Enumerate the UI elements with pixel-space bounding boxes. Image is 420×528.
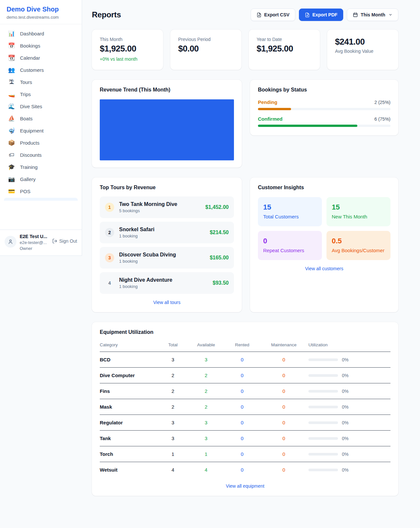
stat-value: $0.00 <box>178 44 234 54</box>
sidebar-item-tours[interactable]: 🏝 Tours <box>4 76 78 88</box>
top-tours-card: Top Tours by Revenue 1 Two Tank Morning … <box>92 177 242 312</box>
tour-row: 2 Snorkel Safari 1 booking $214.50 <box>100 222 234 243</box>
tour-bookings: 1 booking <box>119 234 155 238</box>
stat-card-previous-period: Previous Period $0.00 <box>170 30 242 70</box>
utilization-bar <box>308 469 338 471</box>
view-all-equipment-link[interactable]: View all equipment <box>100 483 390 489</box>
sidebar-item-label: Customers <box>20 67 44 73</box>
table-row: Dive Computer 2 2 0 0 0% <box>100 368 390 383</box>
status-label: Pending <box>258 99 277 105</box>
sidebar-item-discounts[interactable]: 🏷 Discounts <box>4 149 78 161</box>
sidebar-item-products[interactable]: 📦 Products <box>4 137 78 149</box>
cell-available: 4 <box>187 467 225 473</box>
shop-domain: demo.test.divestreams.com <box>7 15 75 20</box>
sidebar-item-trips[interactable]: 🚤 Trips <box>4 88 78 100</box>
cell-category: Tank <box>100 436 159 441</box>
sidebar-item-label: Gallery <box>20 176 36 182</box>
insights-row: Top Tours by Revenue 1 Two Tank Morning … <box>92 177 398 312</box>
customer-insights-title: Customer Insights <box>258 185 390 191</box>
cell-available: 2 <box>187 404 225 410</box>
user-meta: E2E Test U... e2e-tester@... Owner <box>20 234 47 251</box>
stat-delta: +0% vs last month <box>100 56 155 62</box>
tile-repeat-customers: 0 Repeat Customers <box>258 231 322 260</box>
island-icon: 🏝 <box>8 79 15 85</box>
people-icon: 👥 <box>8 67 15 73</box>
sidebar-item-label: Calendar <box>20 55 40 61</box>
rank-badge: 3 <box>105 253 114 262</box>
utilization-bar <box>308 406 338 408</box>
period-dropdown[interactable]: This Month <box>347 9 398 21</box>
user-name: E2E Test U... <box>20 234 47 239</box>
sidebar-item-label: Products <box>20 140 39 146</box>
tile-value: 15 <box>263 203 317 212</box>
chevron-down-icon <box>388 13 392 17</box>
sailboat-icon: ⛵ <box>8 116 15 121</box>
cell-maintenance: 0 <box>259 451 308 457</box>
table-body: BCD 3 3 0 0 0% Dive Computer 2 2 0 0 0% … <box>100 352 390 477</box>
stat-card-year-to-date: Year to Date $1,925.00 <box>249 30 320 70</box>
progress-fill <box>258 108 291 110</box>
tile-new-this-month: 15 New This Month <box>326 197 390 226</box>
utilization-bar <box>308 358 338 361</box>
tour-list: 1 Two Tank Morning Dive 5 bookings $1,45… <box>100 196 234 294</box>
sidebar-item-dashboard[interactable]: 📊 Dashboard <box>4 28 78 40</box>
stat-card-this-month: This Month $1,925.00 +0% vs last month <box>92 30 163 70</box>
cell-maintenance: 0 <box>259 420 308 425</box>
cell-rented: 0 <box>225 420 259 425</box>
tour-bookings: 1 booking <box>119 259 176 264</box>
cell-category: Wetsuit <box>100 467 159 473</box>
sidebar-item-bookings[interactable]: 📅 Bookings <box>4 40 78 52</box>
stat-value: $241.00 <box>335 37 390 47</box>
sidebar-item-customers[interactable]: 👥 Customers <box>4 64 78 76</box>
cell-total: 2 <box>159 373 187 378</box>
cell-rented: 0 <box>225 357 259 362</box>
stat-value: $1,925.00 <box>257 44 312 54</box>
col-category: Category <box>100 342 159 347</box>
sign-out-button[interactable]: Sign Out <box>52 238 77 244</box>
revenue-trend-title: Revenue Trend (This Month) <box>100 87 234 93</box>
cell-utilization: 0% <box>308 357 390 362</box>
tour-amount: $214.50 <box>210 230 229 235</box>
sidebar-item-calendar[interactable]: 📆 Calendar <box>4 52 78 64</box>
sidebar-item-equipment[interactable]: 🤿 Equipment <box>4 125 78 137</box>
sidebar-item-dive-sites[interactable]: 🌊 Dive Sites <box>4 100 78 112</box>
utilization-label: 0% <box>342 420 348 425</box>
table-row: Fins 2 2 0 0 0% <box>100 383 390 399</box>
wave-icon: 🌊 <box>8 104 15 109</box>
export-pdf-button[interactable]: Export PDF <box>299 9 343 21</box>
tag-icon: 🏷 <box>8 152 15 158</box>
status-row-confirmed: Confirmed 6 (75%) <box>258 116 390 127</box>
tour-row: 3 Discover Scuba Diving 1 booking $165.0… <box>100 247 234 269</box>
view-all-tours-link[interactable]: View all tours <box>100 300 234 305</box>
status-rows: Pending 2 (25%) Confirmed 6 (75%) <box>258 99 390 127</box>
cell-available: 2 <box>187 388 225 394</box>
cell-maintenance: 0 <box>259 467 308 473</box>
utilization-label: 0% <box>342 373 348 378</box>
cell-available: 2 <box>187 373 225 378</box>
revenue-trend-card: Revenue Trend (This Month) <box>92 80 242 168</box>
sidebar-item-pos[interactable]: 💳 POS <box>4 185 78 197</box>
view-all-customers-link[interactable]: View all customers <box>258 266 390 271</box>
file-download-icon <box>257 12 262 17</box>
cell-category: Torch <box>100 451 159 457</box>
sidebar-item-reports-active-partial[interactable] <box>4 198 78 201</box>
status-label: Confirmed <box>258 116 283 122</box>
cell-category: Fins <box>100 388 159 394</box>
tile-label: New This Month <box>332 214 385 219</box>
utilization-label: 0% <box>342 452 348 457</box>
status-count: 2 (25%) <box>374 100 390 105</box>
cell-available: 3 <box>187 357 225 362</box>
export-csv-button[interactable]: Export CSV <box>251 9 295 21</box>
tour-row: 4 Night Dive Adventure 1 booking $93.50 <box>100 272 234 294</box>
sidebar-item-label: Boats <box>20 116 32 121</box>
main-content: Reports Export CSV Export PDF This Month… <box>82 0 420 509</box>
sidebar-item-gallery[interactable]: 📷 Gallery <box>4 173 78 185</box>
sidebar-nav: 📊 Dashboard 📅 Bookings 📆 Calendar 👥 Cust… <box>0 24 82 230</box>
bar-chart-icon: 📊 <box>8 31 15 36</box>
tile-value: 15 <box>332 203 385 212</box>
sidebar-item-training[interactable]: 🎓 Training <box>4 161 78 173</box>
logout-icon <box>52 238 57 244</box>
cell-utilization: 0% <box>308 420 390 425</box>
calendar-date-icon: 📅 <box>8 43 15 49</box>
sidebar-item-boats[interactable]: ⛵ Boats <box>4 112 78 125</box>
